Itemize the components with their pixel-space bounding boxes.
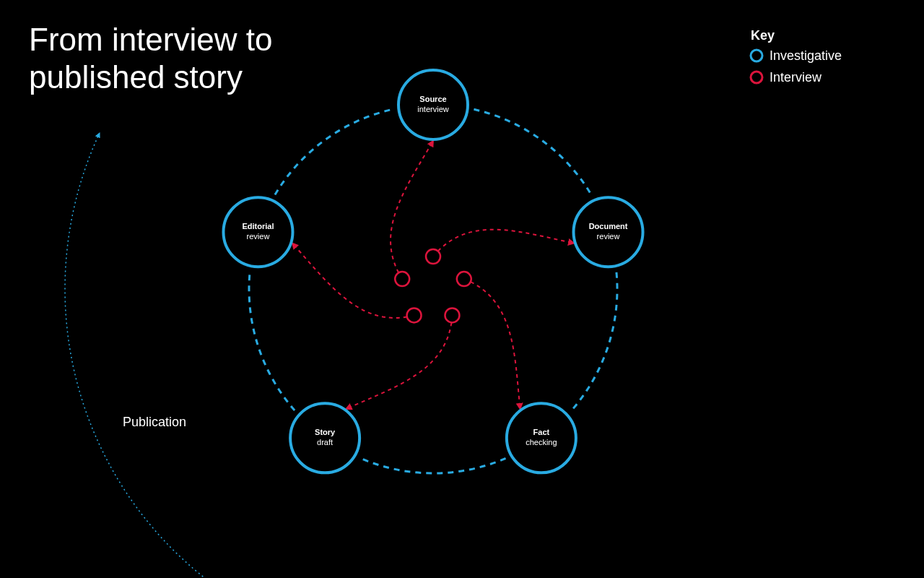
spiral-connector [433, 230, 574, 256]
publication-arc [65, 133, 217, 578]
hub-node [426, 249, 440, 264]
ring-arc [249, 272, 295, 410]
hub-node [407, 308, 422, 322]
ring-arc [275, 109, 393, 194]
diagram-title: From interview topublished story [29, 22, 272, 95]
ring-arc [360, 458, 505, 473]
legend-swatch-crimson [751, 72, 762, 83]
publication-arc-label: Publication [123, 415, 186, 429]
spiral-connector [346, 315, 453, 408]
ring-arc [474, 109, 591, 194]
legend-item-label: Investigative [770, 48, 842, 63]
legend-swatch-blue [751, 50, 762, 61]
legend-item-label: Interview [770, 70, 822, 85]
hub-node [457, 272, 471, 286]
ring-arc [572, 272, 617, 410]
legend-heading: Key [751, 28, 775, 43]
hub-node [445, 308, 459, 322]
spiral-connector [464, 279, 520, 409]
hub-node [395, 272, 409, 286]
workflow-diagram: SourceinterviewDocumentreviewFactcheckin… [0, 0, 924, 578]
